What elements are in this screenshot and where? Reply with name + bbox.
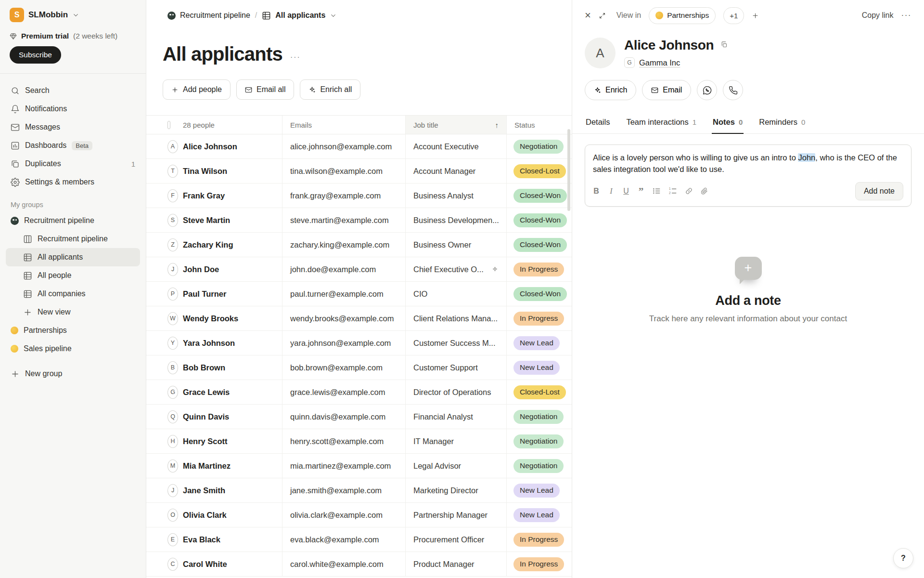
job-cell[interactable]: Director of Operations — [405, 380, 506, 404]
tab-team-interactions[interactable]: Team interactions 1 — [625, 112, 697, 133]
enrich-all-button[interactable]: Enrich all — [300, 79, 360, 100]
email-button[interactable]: Email — [642, 80, 691, 100]
email-cell[interactable]: jane.smith@example.com — [282, 478, 405, 502]
tab-details[interactable]: Details — [585, 112, 611, 133]
underline-button[interactable]: U — [623, 187, 629, 196]
status-badge[interactable]: New Lead — [513, 484, 560, 498]
view-all-companies[interactable]: All companies — [6, 285, 140, 303]
status-badge[interactable]: Negotiation — [513, 140, 564, 154]
table-row[interactable]: F Frank Gray frank.gray@example.com Busi… — [146, 184, 572, 208]
table-row[interactable]: J John Doe john.doe@example.com Chief Ex… — [146, 257, 572, 282]
status-cell[interactable]: Negotiation — [506, 405, 572, 429]
status-badge[interactable]: New Lead — [513, 361, 560, 375]
job-cell[interactable]: Customer Success M... — [405, 331, 506, 355]
whatsapp-button[interactable] — [697, 80, 717, 100]
status-cell[interactable]: In Progress — [506, 257, 572, 281]
tab-reminders[interactable]: Reminders 0 — [758, 112, 806, 133]
sidebar-item-search[interactable]: Search — [6, 81, 140, 100]
table-row[interactable]: O Olivia Clark olivia.clark@example.com … — [146, 503, 572, 527]
status-cell[interactable]: Negotiation — [506, 454, 572, 478]
email-cell[interactable]: wendy.brooks@example.com — [282, 306, 405, 330]
note-text-input[interactable]: Alice is a lovely person who is willing … — [593, 152, 903, 175]
bold-button[interactable]: B — [593, 187, 600, 196]
group-partnerships[interactable]: Partnerships — [6, 321, 140, 340]
status-cell[interactable]: Closed-Won — [506, 282, 574, 306]
status-cell[interactable]: Closed-Won — [506, 208, 574, 232]
email-cell[interactable]: frank.gray@example.com — [282, 184, 405, 208]
person-name[interactable]: Henry Scott — [178, 437, 282, 446]
status-cell[interactable]: In Progress — [506, 552, 572, 576]
table-row[interactable]: J Jane Smith jane.smith@example.com Mark… — [146, 478, 572, 503]
status-badge[interactable]: In Progress — [513, 533, 564, 547]
email-cell[interactable]: mia.martinez@example.com — [282, 454, 405, 478]
breadcrumb-group[interactable]: Recruitment pipeline — [167, 11, 250, 20]
status-cell[interactable]: In Progress — [506, 306, 572, 330]
email-cell[interactable]: zachary.king@example.com — [282, 233, 405, 257]
email-cell[interactable]: yara.johnson@example.com — [282, 331, 405, 355]
person-name[interactable]: Wendy Brooks — [178, 314, 282, 323]
table-row[interactable]: C Carol White carol.white@example.com Pr… — [146, 552, 572, 577]
job-cell[interactable]: Partnership Manager — [405, 503, 506, 527]
person-name[interactable]: Carol White — [178, 560, 282, 569]
table-row[interactable]: B Bob Brown bob.brown@example.com Custom… — [146, 355, 572, 380]
table-row[interactable]: P Paul Turner paul.turner@example.com CI… — [146, 282, 572, 306]
person-name[interactable]: Steve Martin — [178, 216, 282, 225]
italic-button[interactable]: I — [608, 187, 615, 196]
table-row[interactable]: M Mia Martinez mia.martinez@example.com … — [146, 454, 572, 478]
status-badge[interactable]: Negotiation — [513, 434, 564, 448]
table-row[interactable]: Y Yara Johnson yara.johnson@example.com … — [146, 331, 572, 355]
status-badge[interactable]: Closed-Won — [513, 287, 567, 301]
email-cell[interactable]: carol.white@example.com — [282, 552, 405, 576]
person-name[interactable]: Paul Turner — [178, 289, 282, 299]
status-cell[interactable]: Negotiation — [506, 134, 572, 158]
email-cell[interactable]: steve.martin@example.com — [282, 208, 405, 232]
table-row[interactable]: A Alice Johnson alice.johnson@example.co… — [146, 134, 572, 159]
job-cell[interactable]: CIO — [405, 282, 506, 306]
status-cell[interactable]: New Lead — [506, 503, 572, 527]
sidebar-item-messages[interactable]: Messages — [6, 118, 140, 136]
person-name[interactable]: Frank Gray — [178, 191, 282, 200]
status-badge[interactable]: Closed-Won — [513, 238, 567, 252]
sidebar-item-duplicates[interactable]: Duplicates 1 — [6, 155, 140, 173]
job-cell[interactable]: Legal Advisor — [405, 454, 506, 478]
view-all-applicants[interactable]: All applicants — [6, 248, 140, 266]
person-name[interactable]: Olivia Clark — [178, 511, 282, 520]
sort-ascending-icon[interactable]: ↑ — [495, 121, 499, 129]
link-button[interactable] — [685, 187, 693, 195]
add-note-button[interactable]: Add note — [855, 182, 903, 200]
email-cell[interactable]: paul.turner@example.com — [282, 282, 405, 306]
bullet-list-button[interactable] — [653, 187, 661, 195]
status-cell[interactable]: Closed-Won — [506, 184, 574, 208]
people-count-header[interactable]: 28 people — [178, 116, 282, 134]
group-sales-pipeline[interactable]: Sales pipeline — [6, 340, 140, 358]
person-name[interactable]: Alice Johnson — [178, 142, 282, 151]
job-cell[interactable]: Account Executive — [405, 134, 506, 158]
job-cell[interactable]: Chief Executive O... — [405, 257, 506, 281]
view-recruitment-pipeline[interactable]: Recruitment pipeline — [6, 230, 140, 248]
status-cell[interactable]: Closed-Lost — [506, 380, 573, 404]
job-cell[interactable]: Product Manager — [405, 552, 506, 576]
person-name[interactable]: Zachary King — [178, 240, 282, 250]
person-name[interactable]: Eva Black — [178, 535, 282, 544]
copy-icon[interactable] — [720, 41, 728, 50]
person-name[interactable]: Yara Johnson — [178, 339, 282, 348]
status-cell[interactable]: In Progress — [506, 527, 572, 552]
phone-button[interactable] — [723, 80, 743, 100]
copy-link-button[interactable]: Copy link — [862, 11, 894, 20]
email-cell[interactable]: eva.black@example.com — [282, 527, 405, 552]
email-cell[interactable]: john.doe@example.com — [282, 257, 405, 281]
job-title-column-header[interactable]: Job title ↑ — [405, 116, 506, 134]
status-badge[interactable]: In Progress — [513, 557, 564, 571]
quote-button[interactable]: ” — [638, 188, 644, 194]
email-cell[interactable]: bob.brown@example.com — [282, 355, 405, 380]
numbered-list-button[interactable]: 12 — [669, 187, 677, 195]
email-cell[interactable]: tina.wilson@example.com — [282, 159, 405, 183]
status-badge[interactable]: Closed-Lost — [513, 164, 566, 178]
ai-sparkle-icon[interactable] — [491, 266, 499, 273]
workspace-switcher[interactable]: S SLMobbin — [0, 0, 146, 27]
email-cell[interactable]: olivia.clark@example.com — [282, 503, 405, 527]
job-cell[interactable]: Marketing Director — [405, 478, 506, 502]
status-badge[interactable]: Closed-Won — [513, 213, 567, 227]
add-to-list-icon[interactable] — [752, 12, 759, 19]
job-cell[interactable]: Financial Analyst — [405, 405, 506, 429]
